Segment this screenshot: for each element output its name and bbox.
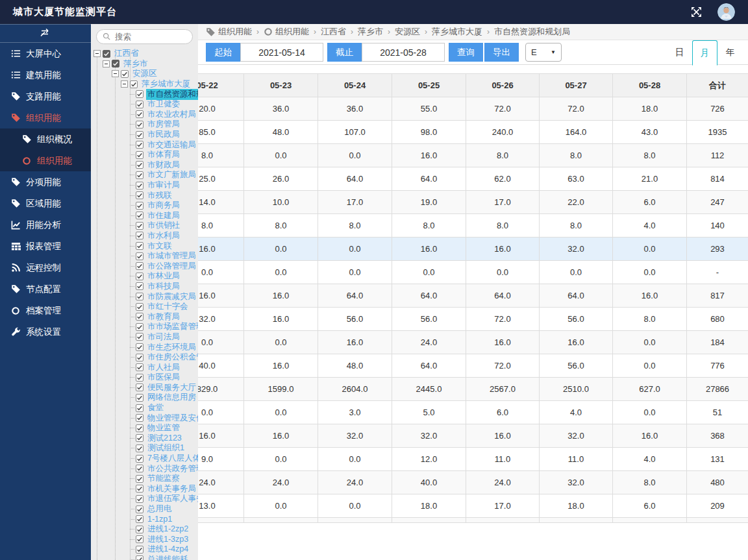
checkbox[interactable] [103, 50, 110, 58]
tree-node[interactable]: 市住建局 [91, 211, 198, 221]
table-row[interactable]: 0.00.03.05.06.04.00.051 [198, 401, 748, 424]
checkbox[interactable] [136, 465, 143, 472]
tree-expander[interactable] [112, 70, 119, 77]
checkbox[interactable] [136, 414, 143, 422]
checkbox[interactable] [136, 242, 143, 250]
export-button[interactable]: 导出 [484, 43, 519, 62]
checkbox[interactable] [136, 101, 143, 108]
sidebar-item-0[interactable]: 大屏中心 [0, 43, 91, 64]
breadcrumb-item[interactable]: 组织用能 [264, 26, 309, 38]
checkbox[interactable] [136, 121, 143, 128]
checkbox[interactable] [136, 202, 143, 210]
tree-node[interactable]: 萍乡城市大厦 [91, 79, 198, 90]
sidebar-collapse-button[interactable] [0, 24, 91, 43]
checkbox[interactable] [136, 404, 143, 412]
checkbox[interactable] [136, 505, 143, 513]
table-row[interactable]: 24.024.024.040.024.032.08.0480 [198, 471, 748, 494]
tree-node[interactable]: 市住房公积金管理 [91, 352, 198, 363]
breadcrumb-item[interactable]: 萍乡城市大厦 [432, 26, 482, 38]
tree-node[interactable]: 测试2123 [91, 433, 198, 444]
tree-node[interactable]: 市机关事务局 [91, 484, 198, 494]
sidebar-item-1[interactable]: 建筑用能 [0, 64, 91, 86]
tree-node[interactable]: 市房管局 [91, 119, 198, 130]
tree-node[interactable]: 市卫健委 [91, 99, 198, 110]
breadcrumb-item[interactable]: 江西省 [321, 26, 346, 38]
sidebar-item-6[interactable]: 用能分析 [0, 214, 91, 236]
tree-expander[interactable] [121, 80, 128, 88]
start-date-input[interactable]: 2021-05-14 [240, 43, 323, 62]
tree-node[interactable]: 市城市管理局 [91, 251, 198, 262]
tree-node[interactable]: 市医保局 [91, 372, 198, 383]
checkbox[interactable] [136, 394, 143, 402]
tree-node[interactable]: 1-1zp1 [91, 514, 198, 524]
tree-expander[interactable] [94, 50, 101, 57]
query-button[interactable]: 查询 [449, 43, 483, 62]
avatar[interactable] [717, 3, 735, 21]
tree-node[interactable]: 市农业农村局 [91, 110, 198, 120]
tree-node[interactable]: 市防震减灾局 [91, 291, 198, 302]
table-row[interactable]: 8.00.00.016.08.08.08.0112 [198, 144, 748, 167]
table-row[interactable]: 16.00.00.016.016.032.00.0293 [198, 237, 748, 261]
checkbox[interactable] [136, 252, 143, 260]
tree-node[interactable]: 市商务局 [91, 201, 198, 211]
table-row[interactable]: 16.016.032.032.016.032.016.0368 [198, 424, 748, 448]
checkbox[interactable] [136, 495, 143, 503]
checkbox[interactable] [136, 333, 143, 341]
checkbox[interactable] [136, 262, 143, 270]
checkbox[interactable] [136, 303, 143, 311]
checkbox[interactable] [136, 282, 143, 290]
tree-node[interactable]: 市退伍军人事务局 [91, 494, 198, 504]
checkbox[interactable] [136, 455, 143, 463]
tree-node[interactable]: 江西省 [91, 49, 198, 59]
tree-node[interactable]: 市交通运输局 [91, 140, 198, 150]
tree-node[interactable]: 进线1-3zp3 [91, 535, 198, 545]
checkbox[interactable] [136, 323, 143, 331]
checkbox[interactable] [136, 535, 143, 543]
checkbox[interactable] [136, 151, 143, 159]
checkbox[interactable] [136, 444, 143, 452]
checkbox[interactable] [136, 434, 143, 442]
sidebar-item-10[interactable]: 档案管理 [0, 300, 91, 321]
table-row[interactable]: 14.010.017.019.017.022.06.0247 [198, 191, 748, 214]
tree-node[interactable]: 市公路管理局 [91, 261, 198, 271]
tree-node[interactable]: 市供销社 [91, 221, 198, 231]
table-row[interactable]: 16.016.064.064.064.064.016.0817 [198, 284, 748, 308]
tree-node[interactable]: 市林业局 [91, 271, 198, 282]
tree-node[interactable]: 市公共政务管理 [91, 463, 198, 474]
checkbox[interactable] [121, 70, 129, 78]
checkbox[interactable] [136, 161, 143, 169]
tree-node[interactable]: 市人社局 [91, 362, 198, 372]
checkbox[interactable] [136, 526, 143, 533]
checkbox[interactable] [136, 171, 143, 179]
checkbox[interactable] [136, 191, 143, 199]
checkbox[interactable] [136, 131, 143, 139]
tree-node[interactable]: 市财政局 [91, 160, 198, 171]
tree-expander[interactable] [103, 60, 110, 67]
checkbox[interactable] [136, 90, 143, 98]
checkbox[interactable] [136, 232, 143, 239]
period-tab-0[interactable]: 日 [667, 40, 692, 65]
tree-node[interactable]: 市体育局 [91, 150, 198, 160]
tree-node[interactable]: 总进线能耗 [91, 555, 198, 560]
table-row[interactable]: 829.01599.02604.02445.02567.02510.0627.0… [198, 378, 748, 401]
tree-node[interactable]: 市残联 [91, 190, 198, 201]
checkbox[interactable] [136, 313, 143, 321]
checkbox[interactable] [136, 363, 143, 371]
sidebar-item-3[interactable]: 组织用能 [0, 107, 91, 128]
tree-node[interactable]: 市司法局 [91, 332, 198, 343]
checkbox[interactable] [136, 273, 143, 280]
tree-node[interactable]: 市文联 [91, 241, 198, 251]
table-row[interactable]: 40.016.048.064.072.056.00.0776 [198, 354, 748, 378]
sidebar-item-11[interactable]: 系统设置 [0, 321, 91, 343]
table-row[interactable]: 9.00.00.012.011.011.04.0131 [198, 448, 748, 471]
period-tab-1[interactable]: 月 [692, 40, 717, 66]
checkbox[interactable] [130, 80, 138, 88]
table-row[interactable]: 25.026.064.064.062.063.021.0814 [198, 167, 748, 191]
tree-node[interactable]: 市红十字会 [91, 302, 198, 312]
checkbox[interactable] [136, 424, 143, 432]
end-date-input[interactable]: 2021-05-28 [362, 43, 445, 62]
fullscreen-icon[interactable] [691, 6, 702, 18]
tree-node[interactable]: 市水利局 [91, 231, 198, 241]
tree-node[interactable]: 进线1-4zp4 [91, 544, 198, 555]
table-row[interactable]: 0.00.00.00.00.00.00.0- [198, 261, 748, 284]
